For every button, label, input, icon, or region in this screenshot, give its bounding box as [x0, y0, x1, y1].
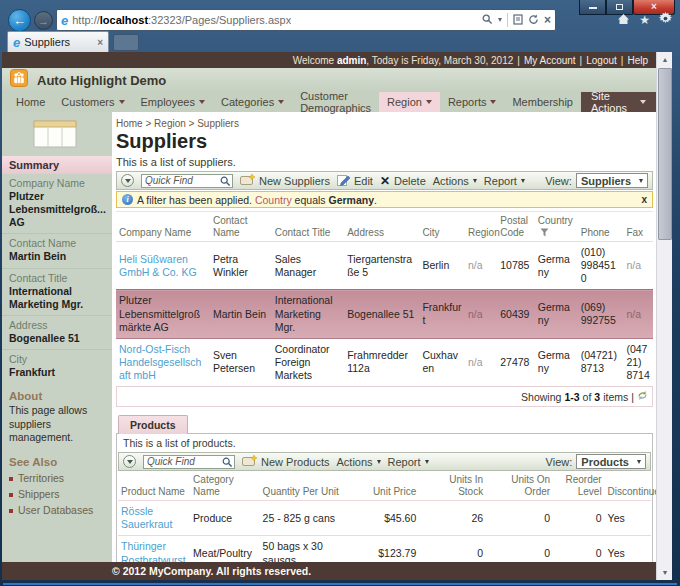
settings-gear-icon[interactable]: [659, 12, 672, 28]
column-header-unit-price[interactable]: Unit Price: [357, 471, 419, 501]
nav-item-membership[interactable]: Membership: [504, 92, 581, 112]
stop-icon[interactable]: ×: [544, 15, 551, 25]
table-cell[interactable]: Rössle Sauerkraut: [118, 501, 190, 536]
column-header-product-name[interactable]: Product Name: [118, 471, 190, 501]
chevron-down-icon: [278, 100, 284, 104]
view-dropdown[interactable]: Suppliers: [576, 173, 648, 188]
table-header-row: Product NameCategory NameQuantity Per Un…: [118, 471, 651, 501]
column-header-label: Country: [538, 215, 573, 226]
column-header-discontinued[interactable]: Discontinued: [605, 471, 651, 501]
new-suppliers-button[interactable]: New Suppliers: [240, 174, 330, 187]
see-also-link-territories[interactable]: Territories: [2, 470, 112, 486]
back-button[interactable]: ←: [8, 9, 31, 32]
table-row[interactable]: Thüringer RostbratwurstMeat/Poultry50 ba…: [118, 536, 651, 562]
see-also-link-user-databases[interactable]: User Databases: [2, 502, 112, 518]
refresh-icon[interactable]: [528, 14, 539, 27]
compatibility-view-icon[interactable]: [513, 14, 523, 27]
table-cell: (069) 992755: [578, 290, 624, 338]
toolbar-expand-button[interactable]: [121, 174, 134, 187]
help-link[interactable]: Help: [627, 55, 648, 66]
new-products-button[interactable]: New Products: [242, 455, 329, 468]
table-cell[interactable]: Nord-Ost-Fisch Handelsgesellschaft mbH: [116, 338, 210, 386]
column-header-contact-name[interactable]: Contact Name: [210, 212, 272, 242]
table-cell[interactable]: Plutzer Lebensmittelgroßmärkte AG: [116, 290, 210, 338]
delete-label: Delete: [394, 175, 426, 187]
about-text: This page allows suppliers management.: [2, 404, 112, 449]
table-row[interactable]: Nord-Ost-Fisch Handelsgesellschaft mbHSv…: [116, 338, 653, 386]
column-header-country[interactable]: Country: [535, 212, 578, 242]
column-header-city[interactable]: City: [419, 212, 465, 242]
products-subtitle: This is a list of products.: [118, 434, 651, 452]
nav-item-employees[interactable]: Employees: [133, 92, 213, 112]
table-row[interactable]: Heli Süßwaren GmbH & Co. KGPetra Winkler…: [116, 242, 653, 290]
sidebar: Summary Company NamePlutzer Lebensmittel…: [2, 112, 112, 562]
column-header-company-name[interactable]: Company Name: [116, 212, 210, 242]
new-tab-button[interactable]: [113, 34, 139, 51]
address-bar[interactable]: e http://localhost:32323/Pages/Suppliers…: [56, 9, 556, 31]
breadcrumb-item[interactable]: Home: [116, 118, 143, 129]
search-dropdown-icon[interactable]: [498, 18, 502, 22]
forward-button[interactable]: →: [34, 11, 53, 30]
tab-close-icon[interactable]: ×: [97, 37, 103, 48]
tab-products[interactable]: Products: [118, 415, 188, 434]
chevron-down-icon: [640, 100, 646, 104]
site-actions-button[interactable]: Site Actions: [581, 92, 656, 112]
table-cell: n/a: [623, 242, 653, 290]
column-header-reorder-level[interactable]: Reorder Level: [553, 471, 604, 501]
my-account-link[interactable]: My Account: [524, 55, 576, 66]
scroll-up-icon[interactable]: ▲: [658, 52, 672, 67]
report-label: Report: [388, 456, 421, 468]
nav-item-customer-demographics[interactable]: Customer Demographics: [292, 92, 379, 112]
nav-item-region[interactable]: Region: [379, 92, 440, 112]
new-item-icon: [240, 174, 255, 187]
column-header-category-name[interactable]: Category Name: [190, 471, 260, 501]
view-dropdown[interactable]: Products: [576, 454, 646, 469]
home-icon[interactable]: [617, 13, 630, 28]
scrollbar-thumb[interactable]: [658, 68, 672, 240]
nav-item-label: Categories: [221, 96, 274, 108]
browser-scrollbar[interactable]: ▲ ▼: [656, 52, 672, 580]
search-icon[interactable]: [220, 176, 231, 189]
filter-close-button[interactable]: x: [641, 194, 647, 205]
delete-button[interactable]: ✕ Delete: [380, 175, 426, 187]
column-header-region[interactable]: Region: [465, 212, 497, 242]
table-row[interactable]: Plutzer Lebensmittelgroßmärkte AGMartin …: [116, 290, 653, 338]
nav-item-home[interactable]: Home: [8, 92, 53, 112]
suppliers-items-count: Showing 1-3 of 3 items |: [116, 386, 653, 407]
minimize-button[interactable]: [579, 0, 606, 15]
search-icon[interactable]: [222, 457, 233, 470]
see-also-link-shippers[interactable]: Shippers: [2, 486, 112, 502]
actions-menu-button[interactable]: Actions: [433, 175, 477, 187]
edit-button[interactable]: Edit: [337, 174, 373, 188]
table-row[interactable]: Rössle SauerkrautProduce25 - 825 g cans$…: [118, 501, 651, 536]
report-menu-button[interactable]: Report: [388, 456, 429, 468]
column-header-phone[interactable]: Phone: [578, 212, 624, 242]
nav-item-categories[interactable]: Categories: [213, 92, 292, 112]
table-cell[interactable]: Heli Süßwaren GmbH & Co. KG: [116, 242, 210, 290]
column-header-fax[interactable]: Fax: [623, 212, 653, 242]
toolbar-expand-button[interactable]: [123, 455, 136, 468]
table-cell[interactable]: Thüringer Rostbratwurst: [118, 536, 190, 562]
column-header-address[interactable]: Address: [344, 212, 419, 242]
table-cell: 0: [553, 501, 604, 536]
report-menu-button[interactable]: Report: [484, 175, 525, 187]
nav-item-customers[interactable]: Customers: [53, 92, 132, 112]
column-header-units-on-order[interactable]: Units On Order: [486, 471, 553, 501]
browser-tab-suppliers[interactable]: e Suppliers ×: [7, 31, 109, 52]
nav-item-label: Reports: [448, 96, 487, 108]
breadcrumb-item: Suppliers: [197, 118, 239, 129]
breadcrumb-item[interactable]: Region: [154, 118, 186, 129]
column-header-quantity-per-unit[interactable]: Quantity Per Unit: [260, 471, 358, 501]
favorites-star-icon[interactable]: ★: [639, 13, 650, 27]
refresh-list-icon[interactable]: [637, 390, 648, 403]
column-header-contact-title[interactable]: Contact Title: [272, 212, 344, 242]
column-header-units-in-stock[interactable]: Units In Stock: [419, 471, 486, 501]
scroll-down-icon[interactable]: ▼: [658, 565, 672, 580]
column-header-postal-code[interactable]: Postal Code: [497, 212, 535, 242]
search-icon[interactable]: [482, 14, 493, 27]
nav-item-reports[interactable]: Reports: [440, 92, 505, 112]
actions-menu-button[interactable]: Actions: [336, 456, 380, 468]
actions-label: Actions: [433, 175, 469, 187]
logout-link[interactable]: Logout: [586, 55, 617, 66]
back-arrow-icon: ←: [13, 13, 26, 28]
